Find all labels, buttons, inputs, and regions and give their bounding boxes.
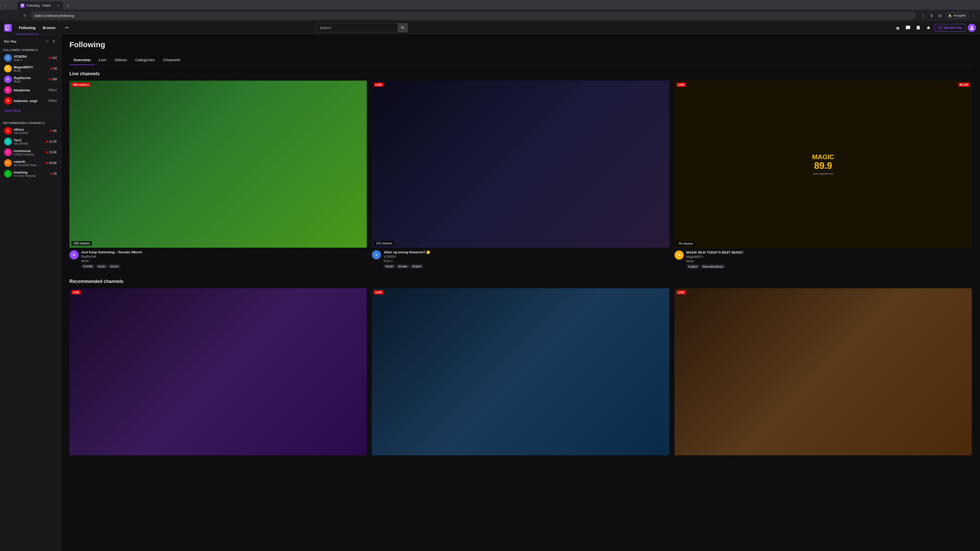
header-right: Get Ad-Free [894, 24, 976, 32]
bookmark-button[interactable]: ☆ [920, 12, 927, 19]
get-ad-free-button[interactable]: Get Ad-Free [935, 24, 966, 32]
get-ad-free-label: Get Ad-Free [943, 26, 963, 30]
sidebar-item-caseoh[interactable]: C caseoh_ 60 Seconds! Reat... 58.8K [1, 158, 60, 168]
channel-name-magic899tv: Magic899TV [14, 65, 48, 69]
tab-arrow-right[interactable]: › [9, 3, 15, 9]
live-indicator-vcm354: 142 [49, 56, 57, 60]
channel-game-s0mcs: VALORANT [14, 131, 48, 135]
search-input[interactable] [316, 23, 408, 32]
sidebar-item-magic899tv[interactable]: M Magic899TV Music 59 [1, 63, 60, 74]
active-tab[interactable]: Following - Twitch × [18, 2, 63, 10]
nav-browse[interactable]: Browse [40, 24, 59, 32]
crown-icon [895, 25, 900, 30]
card-tag-fortnite[interactable]: Fortnite [81, 264, 95, 268]
card-tag-music[interactable]: music [96, 264, 107, 268]
rec-thumbnail-3: LIVE [675, 288, 972, 456]
content-area: Following Overview Live Videos Categorie… [61, 34, 980, 551]
sidebar-item-s0mcs[interactable]: S s0mcs VALORANT 8K [1, 125, 60, 136]
live-channels-section-title: Live channels [69, 71, 972, 76]
channel-card-magic899tv[interactable]: MAGIC 89.9 www.magic899.com LIVE LIVE 59… [675, 81, 972, 268]
channel-game-caseoh: 60 Seconds! Reat... [14, 164, 44, 167]
viewers-badge-rayrachel: 399 viewers [72, 241, 92, 246]
live-badge-right-magic: LIVE [958, 83, 970, 87]
show-more-button[interactable]: Show More [1, 107, 60, 114]
svg-rect-5 [8, 27, 8, 28]
card-tags-magic899tv: English AlternativeMusic [686, 265, 972, 268]
search-submit-button[interactable] [398, 23, 408, 32]
bookmarks-button[interactable] [914, 24, 922, 32]
sidebar-item-betboom[interactable]: B betboom_eng2 Offline [1, 95, 60, 106]
tab-videos[interactable]: Videos [110, 55, 131, 65]
card-info-vcm354: V 10am ng anong timezone? 🤔 VCM354 Dota … [372, 250, 669, 268]
channel-game-inamiing: I'm Only Sleeping [14, 174, 48, 177]
twitch-logo[interactable] [4, 24, 12, 32]
nav-more-button[interactable]: ••• [63, 24, 71, 32]
extensions-button[interactable]: ⊞ [936, 12, 943, 19]
sidebar-item-kkatamina[interactable]: K kkatamina Offline [1, 85, 60, 95]
live-dot-magic899tv [51, 68, 52, 70]
card-tag-english[interactable]: English [410, 264, 424, 268]
tab-channels[interactable]: Channels [159, 55, 185, 65]
main-layout: For You ⊣ ⇅ FOLLOWED CHANNELS V VCM354 D… [0, 34, 980, 551]
live-dot-rayrachel [49, 78, 51, 80]
card-tag-soccer[interactable]: soccer [108, 264, 121, 268]
channel-avatar-rayrachel: R [4, 76, 12, 83]
rec-live-badge-2: LIVE [374, 290, 383, 294]
channel-avatar-kkatamina: K [4, 86, 12, 94]
channel-name-tenz: TenZ [14, 138, 44, 142]
refresh-button[interactable]: ↻ [21, 12, 29, 19]
card-tags-vcm354: Dota2 Arcade English [383, 264, 669, 268]
channel-name-inamiing: inamiing [14, 170, 48, 174]
sidebar-item-rayrachel[interactable]: R RayRachel Music 399 [1, 74, 60, 85]
sidebar-item-vcm354[interactable]: V VCM354 Dota 2 142 [1, 52, 60, 63]
card-avatar-vcm354: V [372, 250, 381, 259]
sidebar-item-ironmouse[interactable]: I ironmouse Lethal Company 15.8K [1, 147, 60, 158]
followed-channels-label: FOLLOWED CHANNELS [3, 48, 38, 52]
live-indicator-s0mcs: 8K [50, 129, 57, 133]
tab-close-button[interactable]: × [56, 3, 60, 8]
channel-game-vcm354: Dota 2 [14, 59, 47, 62]
recommended-channels-label: RECOMMENDED CHANNELS [3, 121, 45, 124]
tab-live[interactable]: Live [95, 55, 110, 65]
bookmarks-icon [916, 25, 921, 30]
channel-avatar-betboom: B [4, 97, 12, 105]
new-tab-button[interactable]: + [64, 2, 72, 9]
card-tag-english-magic[interactable]: English [686, 265, 700, 268]
channel-card-vcm354[interactable]: LIVE 142 viewers V 10am ng anong timezon… [372, 81, 669, 268]
tab-arrow-left[interactable]: ‹ [2, 3, 8, 9]
tab-favicon [21, 3, 24, 8]
nav-following[interactable]: Following [16, 24, 38, 32]
card-tag-dota2[interactable]: Dota2 [383, 264, 395, 268]
channel-info-rayrachel: RayRachel Music [14, 76, 47, 83]
rec-card-3[interactable]: LIVE [675, 288, 972, 458]
incognito-button[interactable]: 🕵 Incognito [945, 13, 969, 19]
twitch-header: Following Browse ••• [0, 21, 980, 34]
forward-button[interactable]: → [12, 12, 19, 19]
notifications-button[interactable] [894, 24, 902, 32]
back-button[interactable]: ← [3, 12, 10, 19]
card-tag-arcade[interactable]: Arcade [396, 264, 409, 268]
prime-button[interactable] [924, 24, 932, 32]
sidebar-collapse-button[interactable]: ⊣ [44, 38, 50, 44]
card-tag-altmusic[interactable]: AlternativeMusic [700, 265, 725, 268]
download-button[interactable]: ⬇ [928, 12, 935, 19]
tab-overview[interactable]: Overview [69, 55, 95, 65]
messages-button[interactable] [904, 24, 912, 32]
rec-card-1[interactable]: LIVE [69, 288, 367, 458]
tab-categories[interactable]: Categories [131, 55, 159, 65]
browser-more-button[interactable]: ⋮ [970, 12, 977, 19]
rec-live-badge-1: LIVE [72, 290, 81, 294]
live-badge-rayrachel: 399 viewers [72, 83, 90, 87]
viewers-badge-magic899tv: 59 viewers [676, 241, 695, 246]
user-avatar[interactable] [968, 24, 976, 32]
card-channel-magic899tv: Magic899TV [686, 255, 972, 259]
sidebar-sort-button[interactable]: ⇅ [51, 38, 57, 44]
sidebar-item-inamiing[interactable]: I inamiing I'm Only Sleeping 35 [1, 168, 60, 179]
address-input[interactable] [30, 11, 916, 20]
channel-card-rayrachel[interactable]: 399 viewers 399 viewers R Just Keep Swim… [69, 81, 367, 268]
card-category-vcm354: Dota 2 [383, 259, 669, 263]
user-icon [969, 25, 975, 30]
rec-card-2[interactable]: LIVE [372, 288, 669, 458]
sidebar-item-for-you[interactable]: For You ⊣ ⇅ [1, 36, 60, 46]
sidebar-item-tenz[interactable]: T TenZ VALORANT 12.2K [1, 136, 60, 147]
